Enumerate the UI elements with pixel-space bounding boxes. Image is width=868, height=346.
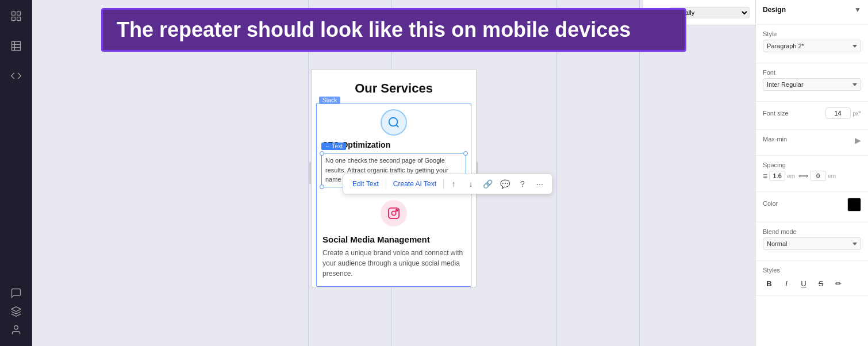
letter-spacing-unit: em bbox=[828, 173, 836, 179]
grid-icon[interactable] bbox=[7, 7, 25, 25]
spacing-section: Spacing ≡ em ⟺ em bbox=[756, 156, 868, 192]
arrow-up-button[interactable]: ↑ bbox=[446, 176, 461, 191]
link-button[interactable]: 🔗 bbox=[481, 176, 496, 191]
chat-icon[interactable] bbox=[7, 284, 25, 302]
clear-format-button[interactable]: ✏ bbox=[832, 277, 844, 290]
spacing-label: Spacing bbox=[763, 162, 861, 168]
arrow-down-button[interactable]: ↓ bbox=[463, 176, 478, 191]
color-label: Color bbox=[763, 200, 778, 207]
color-row: Color bbox=[763, 198, 861, 212]
toolbar-divider-1 bbox=[386, 179, 386, 189]
font-size-section: Font size px* bbox=[756, 102, 868, 130]
annotation-text: The repeater should look like this on mo… bbox=[117, 18, 671, 42]
line-height-item: ≡ em bbox=[763, 171, 795, 181]
svg-marker-8 bbox=[11, 307, 21, 312]
color-swatch[interactable] bbox=[847, 198, 861, 212]
line-height-input[interactable] bbox=[769, 171, 785, 181]
style-section: Style Paragraph 2* bbox=[756, 25, 868, 63]
svg-rect-2 bbox=[11, 17, 15, 21]
annotation-banner: The repeater should look like this on mo… bbox=[101, 8, 686, 52]
font-size-input[interactable] bbox=[825, 107, 851, 119]
right-panel: Design ▼ Style Paragraph 2* Font Inter R… bbox=[755, 0, 868, 346]
floating-toolbar: Edit Text Create AI Text ↑ ↓ 🔗 💬 ? ··· bbox=[343, 174, 552, 194]
styles-label: Styles bbox=[763, 267, 861, 274]
underline-button[interactable]: U bbox=[797, 277, 810, 290]
guide-line-left bbox=[308, 0, 309, 346]
create-ai-text-button[interactable]: Create AI Text bbox=[389, 178, 441, 190]
svg-line-11 bbox=[396, 125, 398, 127]
svg-point-13 bbox=[391, 211, 395, 215]
resize-handle-tr[interactable] bbox=[463, 151, 468, 156]
design-section-header: Design ▼ bbox=[763, 6, 861, 14]
max-min-row: Max-min ▶ bbox=[763, 136, 861, 145]
letter-spacing-input[interactable] bbox=[810, 171, 826, 181]
line-height-unit: em bbox=[787, 173, 795, 179]
stack-container: Stack SEO Optimization ← Text No one ch bbox=[316, 103, 471, 287]
social-media-item: Social Media Management Create a unique … bbox=[317, 193, 471, 286]
social-icon-wrap bbox=[381, 200, 407, 226]
svg-rect-4 bbox=[11, 42, 20, 51]
letter-spacing-icon: ⟺ bbox=[798, 172, 808, 180]
svg-point-10 bbox=[389, 118, 398, 126]
svg-rect-0 bbox=[11, 12, 15, 16]
edit-text-button[interactable]: Edit Text bbox=[348, 178, 383, 190]
seo-icon-wrap bbox=[381, 109, 407, 136]
svg-rect-1 bbox=[17, 12, 20, 16]
social-title: Social Media Management bbox=[322, 234, 465, 244]
blend-mode-section: Blend mode Normal bbox=[756, 222, 868, 261]
text-styles-section: Styles B I U S ✏ bbox=[756, 261, 868, 296]
help-button[interactable]: ? bbox=[515, 176, 530, 191]
svg-point-14 bbox=[396, 209, 398, 211]
social-icon-container bbox=[322, 200, 465, 234]
social-description: Create a unique brand voice and connect … bbox=[322, 248, 465, 279]
letter-spacing-item: ⟺ em bbox=[798, 171, 836, 181]
color-section: Color bbox=[756, 192, 868, 222]
resize-handle-bl[interactable] bbox=[320, 184, 324, 189]
guide-line-right bbox=[639, 0, 640, 346]
bold-button[interactable]: B bbox=[763, 277, 775, 290]
svg-rect-3 bbox=[17, 17, 20, 21]
font-dropdown[interactable]: Inter Regular bbox=[763, 78, 861, 91]
italic-button[interactable]: I bbox=[780, 277, 793, 290]
seo-icon-container bbox=[317, 103, 471, 138]
canvas-area: havior tionally The repeater should look… bbox=[32, 0, 755, 346]
resize-handle-tl[interactable] bbox=[320, 151, 324, 156]
style-label: Style bbox=[763, 30, 861, 37]
design-collapse-icon[interactable]: ▼ bbox=[854, 6, 861, 14]
svg-point-9 bbox=[14, 326, 18, 330]
table-icon[interactable] bbox=[7, 37, 25, 55]
font-size-unit: px* bbox=[853, 110, 861, 117]
toolbar-divider-2 bbox=[443, 179, 444, 189]
style-dropdown[interactable]: Paragraph 2* bbox=[763, 40, 861, 52]
guide-line-center-right bbox=[556, 0, 557, 346]
stack-label: Stack bbox=[319, 97, 340, 104]
font-label: Font bbox=[763, 69, 861, 76]
code-icon[interactable] bbox=[7, 67, 25, 85]
comment-button[interactable]: 💬 bbox=[498, 176, 513, 191]
person-icon[interactable] bbox=[7, 321, 25, 339]
styles-row: B I U S ✏ bbox=[763, 277, 861, 290]
blend-mode-dropdown[interactable]: Normal bbox=[763, 237, 861, 250]
left-sidebar bbox=[0, 0, 32, 346]
font-section: Font Inter Regular bbox=[756, 63, 868, 102]
max-min-section: Max-min ▶ bbox=[756, 130, 868, 156]
strikethrough-button[interactable]: S bbox=[815, 277, 827, 290]
max-min-label: Max-min bbox=[763, 136, 787, 143]
design-section: Design ▼ bbox=[756, 0, 868, 25]
max-min-arrow[interactable]: ▶ bbox=[855, 136, 861, 145]
font-size-row: Font size px* bbox=[763, 107, 861, 119]
line-height-icon: ≡ bbox=[763, 171, 767, 180]
blend-mode-label: Blend mode bbox=[763, 228, 861, 235]
spacing-row: ≡ em ⟺ em bbox=[763, 171, 861, 181]
font-size-label: Font size bbox=[763, 110, 823, 117]
more-button[interactable]: ··· bbox=[532, 176, 547, 191]
text-badge: ← Text bbox=[321, 143, 346, 150]
design-title: Design bbox=[763, 6, 786, 14]
layers-icon[interactable] bbox=[7, 302, 25, 321]
